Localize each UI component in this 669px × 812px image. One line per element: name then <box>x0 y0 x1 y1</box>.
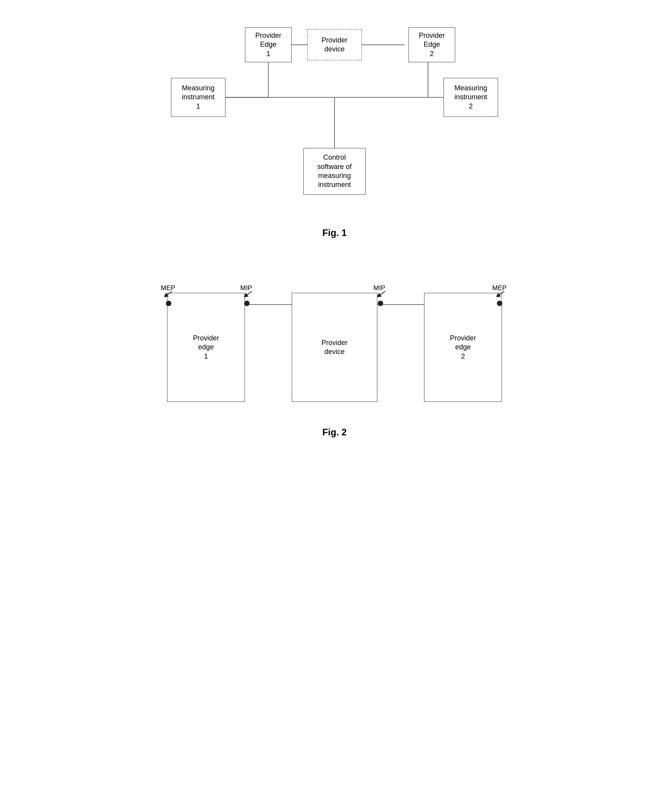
svg-line-10 <box>165 291 172 296</box>
control-software-box: Controlsoftware ofmeasuringinstrument <box>303 148 366 195</box>
figure-1-container: ProviderEdge1 Providerdevice ProviderEdg… <box>62 16 607 238</box>
fig2-label: Fig. 2 <box>322 427 347 438</box>
provider-edge-1-label: ProviderEdge1 <box>255 31 281 58</box>
figure-1-diagram: ProviderEdge1 Providerdevice ProviderEdg… <box>159 16 510 218</box>
provider-edge-1-box: ProviderEdge1 <box>245 27 292 62</box>
fig1-label: Fig. 1 <box>322 227 347 238</box>
figure-2-container: Provideredge1 Providerdevice Provideredg… <box>62 269 607 438</box>
figure-2-diagram: Provideredge1 Providerdevice Provideredg… <box>144 269 525 417</box>
mep-left-dot <box>166 301 171 306</box>
provider-edge-2-label: ProviderEdge2 <box>419 31 445 58</box>
svg-line-12 <box>379 291 385 296</box>
control-software-label: Controlsoftware ofmeasuringinstrument <box>317 153 352 190</box>
fig2-provider-edge-1-label: Provideredge1 <box>193 334 219 361</box>
svg-line-11 <box>245 291 252 296</box>
fig2-provider-edge-1-box: Provideredge1 <box>167 293 245 402</box>
provider-edge-2-box: ProviderEdge2 <box>408 27 455 62</box>
fig2-provider-device-label: Providerdevice <box>321 338 347 357</box>
page-container: ProviderEdge1 Providerdevice ProviderEdg… <box>62 16 607 438</box>
fig2-provider-edge-2-box: Provideredge2 <box>424 293 502 402</box>
fig2-provider-device-box: Providerdevice <box>292 293 377 402</box>
provider-device-box: Providerdevice <box>307 29 362 60</box>
measuring-instrument-2-label: Measuringinstrument2 <box>454 84 487 111</box>
mip-left-dot <box>244 301 250 306</box>
provider-device-label: Providerdevice <box>321 36 347 54</box>
measuring-instrument-2-box: Measuringinstrument2 <box>444 78 498 117</box>
mip-right-dot <box>378 301 383 306</box>
measuring-instrument-1-box: Measuringinstrument1 <box>171 78 225 117</box>
mep-right-dot <box>497 301 502 306</box>
svg-line-13 <box>498 291 504 296</box>
fig2-provider-edge-2-label: Provideredge2 <box>450 334 476 361</box>
measuring-instrument-1-label: Measuringinstrument1 <box>182 84 215 111</box>
